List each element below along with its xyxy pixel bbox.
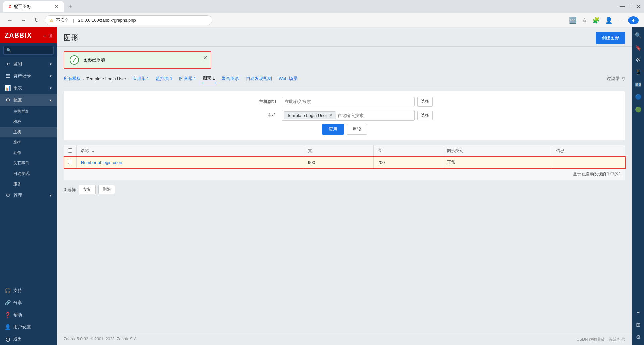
- filter-toggle-btn[interactable]: 过滤器 ▽: [607, 76, 625, 82]
- right-tools-icon[interactable]: 🛠: [634, 55, 643, 65]
- sidebar-sub-discovery[interactable]: 自动发现: [0, 168, 57, 179]
- maximize-icon[interactable]: □: [629, 3, 632, 10]
- minimize-icon[interactable]: —: [620, 3, 625, 10]
- sidebar-sub-services[interactable]: 服务: [0, 179, 57, 189]
- favorites-btn[interactable]: ☆: [580, 15, 588, 25]
- sidebar-item-help[interactable]: ❓ 帮助: [0, 309, 57, 321]
- reset-filter-btn[interactable]: 重设: [347, 124, 367, 135]
- sidebar-support-label: 支持: [13, 288, 22, 294]
- sidebar-item-assets[interactable]: ☰ 资产记录 ▼: [0, 70, 57, 82]
- more-btn[interactable]: ⋯: [616, 15, 625, 25]
- sidebar-sub-events[interactable]: 关联事件: [0, 158, 57, 168]
- sidebar-item-reports-label: 报表: [13, 85, 22, 91]
- nav-tab-web[interactable]: Web 场景: [278, 74, 298, 83]
- row-checkbox-cell: [64, 157, 77, 168]
- nav-tab-triggers[interactable]: 触发器 1: [178, 74, 197, 83]
- row-height-value: 200: [378, 160, 385, 165]
- nav-tab-graphs[interactable]: 图形 1: [202, 74, 216, 83]
- sidebar-item-config-label: 配置: [13, 97, 22, 103]
- right-green-icon[interactable]: 🟢: [633, 104, 644, 115]
- page-header: 图形 创建图形: [57, 27, 632, 47]
- new-tab-btn[interactable]: +: [66, 2, 75, 11]
- row-checkbox[interactable]: [68, 160, 72, 164]
- sidebar-item-monitoring[interactable]: 👁 监测 ▼: [0, 58, 57, 70]
- sidebar-item-support[interactable]: 🎧 支持: [0, 285, 57, 297]
- footer-copyright: Zabbix 5.0.33. © 2001–2023, Zabbix SIA: [64, 337, 137, 342]
- sidebar-item-user-settings[interactable]: 👤 用户设置: [0, 321, 57, 333]
- host-select-btn[interactable]: 选择: [417, 111, 433, 120]
- security-icon: ⚠: [50, 18, 53, 23]
- sidebar-item-monitoring-label: 监测: [13, 61, 22, 67]
- host-input-wrap: Template Login User ✕ 选择: [282, 110, 433, 121]
- col-header-name[interactable]: 名称 ▲: [77, 145, 304, 157]
- sidebar-sub-templates[interactable]: 模板: [0, 117, 57, 127]
- create-graph-btn[interactable]: 创建图形: [596, 32, 625, 44]
- selected-count: 0 选择: [64, 187, 76, 193]
- reader-mode-btn[interactable]: 🔤: [568, 15, 578, 25]
- right-circle-icon[interactable]: 🔵: [633, 92, 644, 102]
- browser-tab[interactable]: Z 配置图标 ✕: [3, 1, 64, 12]
- graph-name-link[interactable]: Number of login users: [81, 160, 123, 165]
- monitoring-icon: 👁: [5, 61, 11, 67]
- right-plus-icon[interactable]: +: [635, 307, 642, 318]
- host-tag: Template Login User ✕: [284, 111, 336, 119]
- forward-btn[interactable]: →: [19, 16, 28, 25]
- sidebar-help-label: 帮助: [13, 312, 22, 318]
- nav-tab-monitors[interactable]: 监控项 1: [155, 74, 173, 83]
- right-bookmark-icon[interactable]: 🔖: [633, 43, 644, 53]
- collapse-sidebar-icon[interactable]: «: [43, 33, 46, 38]
- browser-extensions-btn[interactable]: 🧩: [591, 15, 601, 25]
- filter-funnel-icon: ▽: [622, 76, 625, 81]
- address-text: 不安全: [56, 17, 69, 23]
- host-group-search-input[interactable]: [282, 97, 415, 106]
- nav-tab-discovery[interactable]: 自动发现规则: [245, 74, 273, 83]
- select-all-checkbox[interactable]: [68, 148, 72, 153]
- right-expand-icon[interactable]: ⊞: [634, 320, 642, 330]
- tab-close-btn[interactable]: ✕: [55, 4, 58, 9]
- address-field[interactable]: ⚠ 不安全 | 20.0.0.100/zabbix/graphs.php: [45, 15, 212, 25]
- notification-close-btn[interactable]: ✕: [203, 55, 207, 61]
- close-window-icon[interactable]: ✕: [636, 3, 641, 10]
- copy-btn[interactable]: 复制: [79, 185, 96, 194]
- sidebar-sub-hosts[interactable]: 主机: [0, 127, 57, 137]
- nav-tab-screens[interactable]: 聚合图形: [221, 74, 240, 83]
- notification-message: 图形已添加: [83, 57, 105, 63]
- browser-chrome: Z 配置图标 ✕ + — □ ✕: [0, 0, 644, 13]
- host-search-input[interactable]: [337, 113, 394, 118]
- col-name-label: 名称: [81, 148, 89, 153]
- name-sort-icon: ▲: [91, 149, 95, 153]
- table-header: 名称 ▲ 宽 高 图形类别 信息: [64, 145, 625, 157]
- right-apps-icon[interactable]: 📱: [633, 67, 644, 77]
- sidebar-bottom: 🎧 支持 🔗 分享 ❓ 帮助 👤 用户设置 ⏻ 退出: [0, 285, 57, 345]
- host-tag-remove-btn[interactable]: ✕: [329, 113, 333, 118]
- expand-sidebar-icon[interactable]: ⊞: [48, 33, 52, 38]
- footer-csdn: CSDN @搬着砖，敲流行代: [576, 337, 625, 342]
- right-sidebar: 🔍 🔖 🛠 📱 📧 🔵 🟢 + ⊞ ⚙: [632, 27, 644, 345]
- delete-btn[interactable]: 删除: [98, 185, 115, 194]
- sidebar-item-reports[interactable]: 📊 报表 ▼: [0, 82, 57, 94]
- breadcrumb-all-templates[interactable]: 所有模板: [64, 76, 81, 82]
- sidebar-item-config[interactable]: ⚙ 配置 ▲: [0, 94, 57, 106]
- logout-icon: ⏻: [5, 336, 11, 342]
- host-group-select-btn[interactable]: 选择: [417, 97, 433, 107]
- sidebar-sub-host-groups[interactable]: 主机群组: [0, 106, 57, 117]
- sidebar-sub-actions[interactable]: 动作: [0, 148, 57, 158]
- refresh-btn[interactable]: ↻: [32, 16, 41, 25]
- sidebar-item-logout[interactable]: ⏻ 退出: [0, 333, 57, 345]
- sidebar: ZABBIX « ⊞ 👁 监测 ▼ ☰ 资产记录 ▼ 📊 报表 ▼: [0, 27, 57, 345]
- sidebar-search-input[interactable]: [3, 46, 54, 55]
- sidebar-item-share[interactable]: 🔗 分享: [0, 297, 57, 309]
- assets-expand-icon: ▼: [49, 74, 52, 78]
- nav-tab-appsets[interactable]: 应用集 1: [132, 74, 150, 83]
- right-outlook-icon[interactable]: 📧: [633, 79, 644, 90]
- back-btn[interactable]: ←: [5, 16, 15, 25]
- profile-btn[interactable]: 👤: [604, 15, 614, 25]
- sidebar-sub-maintenance[interactable]: 维护: [0, 137, 57, 148]
- right-settings-icon[interactable]: ⚙: [634, 332, 643, 342]
- right-search-icon[interactable]: 🔍: [633, 30, 644, 41]
- sidebar-item-admin[interactable]: ⚙ 管理 ▼: [0, 189, 57, 201]
- apply-filter-btn[interactable]: 应用: [322, 124, 344, 135]
- table-footer-text: 显示 已自动发现的 1 中的1: [573, 171, 621, 176]
- action-bar: 0 选择 复制 删除: [64, 185, 625, 194]
- main-content: 图形 创建图形 ✓ 图形已添加 ✕ 所有模板 / Template Login …: [57, 27, 632, 345]
